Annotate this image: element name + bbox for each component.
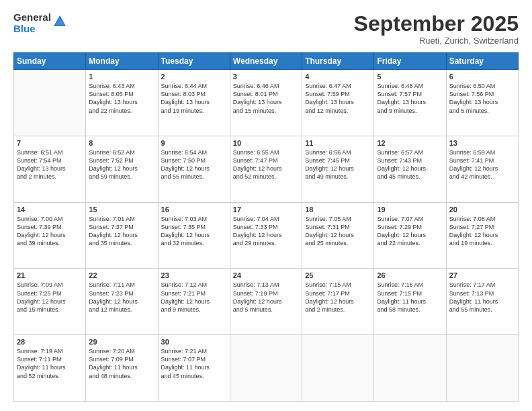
calendar-cell: 13Sunrise: 6:59 AM Sunset: 7:41 PM Dayli… [446, 136, 518, 202]
calendar-cell: 1Sunrise: 6:43 AM Sunset: 8:05 PM Daylig… [86, 70, 158, 136]
cell-info: Sunrise: 6:51 AM Sunset: 7:54 PM Dayligh… [17, 148, 83, 181]
cell-info: Sunrise: 7:17 AM Sunset: 7:13 PM Dayligh… [449, 281, 515, 314]
calendar-cell: 19Sunrise: 7:07 AM Sunset: 7:29 PM Dayli… [374, 202, 446, 269]
cell-info: Sunrise: 6:55 AM Sunset: 7:47 PM Dayligh… [233, 148, 299, 181]
cell-info: Sunrise: 7:04 AM Sunset: 7:33 PM Dayligh… [233, 215, 299, 248]
calendar-cell: 9Sunrise: 6:54 AM Sunset: 7:50 PM Daylig… [158, 136, 230, 202]
day-number: 23 [161, 271, 227, 279]
day-number: 20 [449, 205, 515, 214]
day-number: 9 [161, 139, 227, 147]
calendar-cell: 10Sunrise: 6:55 AM Sunset: 7:47 PM Dayli… [230, 136, 302, 202]
day-number: 11 [305, 139, 371, 147]
cell-info: Sunrise: 7:19 AM Sunset: 7:11 PM Dayligh… [17, 347, 83, 380]
cell-info: Sunrise: 6:52 AM Sunset: 7:52 PM Dayligh… [89, 148, 154, 181]
cell-info: Sunrise: 7:20 AM Sunset: 7:09 PM Dayligh… [89, 347, 154, 380]
calendar-cell: 11Sunrise: 6:56 AM Sunset: 7:45 PM Dayli… [302, 136, 374, 202]
day-number: 26 [377, 271, 443, 279]
calendar-cell: 7Sunrise: 6:51 AM Sunset: 7:54 PM Daylig… [14, 136, 86, 202]
weekday-header-sunday: Sunday [14, 53, 86, 70]
logo-blue: Blue [13, 24, 51, 35]
calendar-cell [230, 335, 302, 402]
calendar-cell: 28Sunrise: 7:19 AM Sunset: 7:11 PM Dayli… [14, 335, 86, 402]
calendar-cell: 26Sunrise: 7:16 AM Sunset: 7:15 PM Dayli… [374, 269, 446, 335]
cell-info: Sunrise: 7:03 AM Sunset: 7:35 PM Dayligh… [161, 215, 227, 248]
day-number: 25 [305, 271, 371, 279]
calendar-cell: 4Sunrise: 6:47 AM Sunset: 7:59 PM Daylig… [302, 70, 374, 136]
cell-info: Sunrise: 7:12 AM Sunset: 7:21 PM Dayligh… [161, 281, 227, 314]
cell-info: Sunrise: 6:54 AM Sunset: 7:50 PM Dayligh… [161, 148, 227, 181]
day-number: 2 [161, 73, 227, 81]
calendar-cell: 29Sunrise: 7:20 AM Sunset: 7:09 PM Dayli… [86, 335, 158, 402]
week-row-2: 7Sunrise: 6:51 AM Sunset: 7:54 PM Daylig… [14, 136, 519, 202]
calendar-cell: 12Sunrise: 6:57 AM Sunset: 7:43 PM Dayli… [374, 136, 446, 202]
calendar-cell: 17Sunrise: 7:04 AM Sunset: 7:33 PM Dayli… [230, 202, 302, 269]
calendar-cell: 14Sunrise: 7:00 AM Sunset: 7:39 PM Dayli… [14, 202, 86, 269]
day-number: 16 [161, 205, 227, 214]
cell-info: Sunrise: 7:15 AM Sunset: 7:17 PM Dayligh… [305, 281, 371, 314]
calendar-cell [374, 335, 446, 402]
day-number: 14 [17, 205, 83, 214]
weekday-header-thursday: Thursday [302, 53, 374, 70]
calendar-table: SundayMondayTuesdayWednesdayThursdayFrid… [13, 52, 519, 402]
calendar-cell: 2Sunrise: 6:44 AM Sunset: 8:03 PM Daylig… [158, 70, 230, 136]
calendar-cell [446, 335, 518, 402]
logo-icon [52, 14, 67, 32]
calendar-cell: 20Sunrise: 7:08 AM Sunset: 7:27 PM Dayli… [446, 202, 518, 269]
calendar-cell: 8Sunrise: 6:52 AM Sunset: 7:52 PM Daylig… [86, 136, 158, 202]
location-subtitle: Rueti, Zurich, Switzerland [354, 36, 519, 46]
day-number: 4 [305, 73, 371, 81]
header: General Blue September 2025 Rueti, Zuric… [13, 12, 519, 46]
cell-info: Sunrise: 7:01 AM Sunset: 7:37 PM Dayligh… [89, 215, 154, 248]
day-number: 27 [449, 271, 515, 279]
calendar-cell: 16Sunrise: 7:03 AM Sunset: 7:35 PM Dayli… [158, 202, 230, 269]
calendar-cell: 23Sunrise: 7:12 AM Sunset: 7:21 PM Dayli… [158, 269, 230, 335]
cell-info: Sunrise: 7:09 AM Sunset: 7:25 PM Dayligh… [17, 281, 83, 314]
weekday-header-wednesday: Wednesday [230, 53, 302, 70]
day-number: 1 [89, 73, 154, 81]
cell-info: Sunrise: 6:44 AM Sunset: 8:03 PM Dayligh… [161, 82, 227, 115]
day-number: 13 [449, 139, 515, 147]
cell-info: Sunrise: 7:07 AM Sunset: 7:29 PM Dayligh… [377, 215, 443, 248]
cell-info: Sunrise: 6:59 AM Sunset: 7:41 PM Dayligh… [449, 148, 515, 181]
weekday-header-friday: Friday [374, 53, 446, 70]
calendar-cell: 21Sunrise: 7:09 AM Sunset: 7:25 PM Dayli… [14, 269, 86, 335]
cell-info: Sunrise: 6:57 AM Sunset: 7:43 PM Dayligh… [377, 148, 443, 181]
weekday-header-saturday: Saturday [446, 53, 518, 70]
cell-info: Sunrise: 6:48 AM Sunset: 7:57 PM Dayligh… [377, 82, 443, 115]
day-number: 19 [377, 205, 443, 214]
cell-info: Sunrise: 7:16 AM Sunset: 7:15 PM Dayligh… [377, 281, 443, 314]
cell-info: Sunrise: 6:56 AM Sunset: 7:45 PM Dayligh… [305, 148, 371, 181]
title-block: September 2025 Rueti, Zurich, Switzerlan… [354, 12, 519, 46]
day-number: 17 [233, 205, 299, 214]
day-number: 6 [449, 73, 515, 81]
calendar-cell: 30Sunrise: 7:21 AM Sunset: 7:07 PM Dayli… [158, 335, 230, 402]
day-number: 12 [377, 139, 443, 147]
day-number: 7 [17, 139, 83, 147]
calendar-cell: 5Sunrise: 6:48 AM Sunset: 7:57 PM Daylig… [374, 70, 446, 136]
page: General Blue September 2025 Rueti, Zuric… [0, 0, 532, 411]
calendar-cell: 24Sunrise: 7:13 AM Sunset: 7:19 PM Dayli… [230, 269, 302, 335]
cell-info: Sunrise: 6:46 AM Sunset: 8:01 PM Dayligh… [233, 82, 299, 115]
cell-info: Sunrise: 7:00 AM Sunset: 7:39 PM Dayligh… [17, 215, 83, 248]
calendar-cell: 27Sunrise: 7:17 AM Sunset: 7:13 PM Dayli… [446, 269, 518, 335]
day-number: 22 [89, 271, 154, 279]
logo: General Blue [13, 12, 67, 34]
cell-info: Sunrise: 7:21 AM Sunset: 7:07 PM Dayligh… [161, 347, 227, 380]
day-number: 29 [89, 338, 154, 346]
weekday-header-row: SundayMondayTuesdayWednesdayThursdayFrid… [14, 53, 519, 70]
day-number: 8 [89, 139, 154, 147]
cell-info: Sunrise: 6:50 AM Sunset: 7:56 PM Dayligh… [449, 82, 515, 115]
week-row-4: 21Sunrise: 7:09 AM Sunset: 7:25 PM Dayli… [14, 269, 519, 335]
week-row-3: 14Sunrise: 7:00 AM Sunset: 7:39 PM Dayli… [14, 202, 519, 269]
day-number: 15 [89, 205, 154, 214]
day-number: 18 [305, 205, 371, 214]
month-title: September 2025 [354, 12, 519, 36]
day-number: 28 [17, 338, 83, 346]
calendar-cell [14, 70, 86, 136]
calendar-cell: 25Sunrise: 7:15 AM Sunset: 7:17 PM Dayli… [302, 269, 374, 335]
cell-info: Sunrise: 7:08 AM Sunset: 7:27 PM Dayligh… [449, 215, 515, 248]
logo-general: General [13, 12, 51, 24]
weekday-header-tuesday: Tuesday [158, 53, 230, 70]
calendar-cell [302, 335, 374, 402]
calendar-cell: 15Sunrise: 7:01 AM Sunset: 7:37 PM Dayli… [86, 202, 158, 269]
